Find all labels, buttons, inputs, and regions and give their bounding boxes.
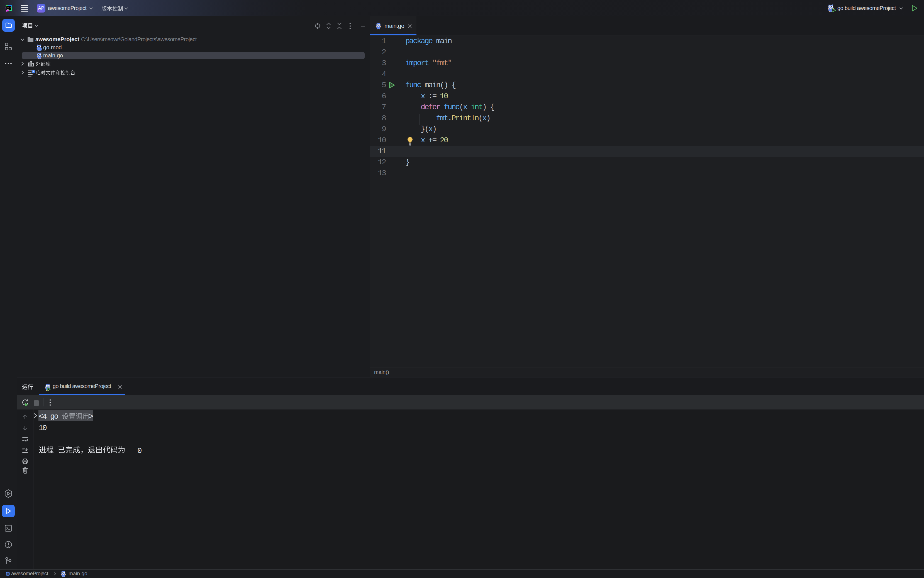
svg-text:GO: GO <box>6 6 11 9</box>
